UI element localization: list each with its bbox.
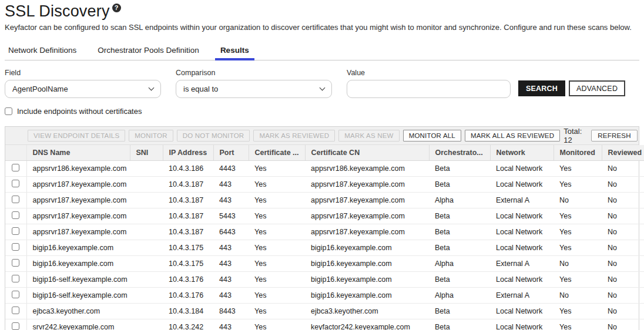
cell-port: 443 [213,272,249,288]
cell-reviewed: No [602,177,644,193]
cell-network: Local Network [490,224,554,240]
page-header: SSL Discovery ? [5,2,639,21]
search-filter-form: Field AgentPoolName Comparison is equal … [5,69,639,98]
column-header-dns-name[interactable]: DNS Name [26,145,130,161]
cell-sni [130,304,163,319]
table-row[interactable]: bigip16.keyexample.com10.4.3.175443Yesbi… [5,240,644,256]
cell-cert: Yes [249,208,305,224]
column-header-certificate-cn[interactable]: Certificate CN [305,145,429,161]
cell-sni [130,177,163,193]
cell-reviewed: No [602,208,644,224]
search-button[interactable]: SEARCH [518,80,565,96]
monitor-button[interactable]: MONITOR [129,130,173,142]
table-row[interactable]: bigip16.keyexample.com10.4.3.175443Yesbi… [5,256,644,272]
cell-cn: appsrvr187.keyexample.com [305,177,429,193]
view-endpoint-details-button[interactable]: VIEW ENDPOINT DETAILS [28,130,125,142]
table-row[interactable]: appsrvr187.keyexample.com10.4.3.1876443Y… [5,224,644,240]
value-input[interactable] [347,80,511,98]
row-checkbox[interactable] [12,307,19,314]
cell-monitored: No [554,288,602,304]
advanced-button[interactable]: ADVANCED [569,80,625,96]
column-header-reviewed[interactable]: Reviewed [602,145,644,161]
table-row[interactable]: ejbca3.keyother.com10.4.3.1848443Yesejbc… [5,304,644,319]
row-checkbox[interactable] [12,180,19,187]
row-checkbox[interactable] [12,211,19,219]
cell-reviewed: No [602,240,644,256]
cell-network: External A [490,288,554,304]
cell-orch: Beta [429,319,490,330]
table-row[interactable]: appsrvr187.keyexample.com10.4.3.187443Ye… [5,177,644,193]
cell-dns: appsrvr187.keyexample.com [26,224,130,240]
row-checkbox[interactable] [12,196,19,203]
tab-network-definitions[interactable]: Network Definitions [7,43,78,60]
table-row[interactable]: appsrvr187.keyexample.com10.4.3.1875443Y… [5,208,644,224]
cell-port: 443 [213,193,249,208]
row-checkbox[interactable] [12,322,19,330]
cell-port: 443 [213,240,249,256]
table-row[interactable]: appsrvr186.keyexample.com10.4.3.1864443Y… [5,161,644,177]
row-checkbox[interactable] [12,227,19,235]
mark-as-new-button[interactable]: MARK AS NEW [338,130,399,142]
tab-results[interactable]: Results [219,43,250,60]
cell-orch: Beta [429,224,490,240]
do-not-monitor-button[interactable]: DO NOT MONITOR [177,130,250,142]
cell-network: External A [490,256,554,272]
cell-network: Local Network [490,304,554,319]
tab-orchestrator-pools-definition[interactable]: Orchestrator Pools Definition [96,43,200,60]
cell-monitored: Yes [554,240,602,256]
cell-network: Local Network [490,177,554,193]
refresh-button[interactable]: REFRESH [591,130,637,142]
table-row[interactable]: appsrvr187.keyexample.com10.4.3.187443Ye… [5,193,644,208]
cell-orch: Beta [429,304,490,319]
cell-orch: Alpha [429,288,490,304]
column-header-certificate[interactable]: Certificate ... [249,145,305,161]
cell-sni [130,319,163,330]
row-checkbox[interactable] [12,259,19,267]
cell-dns: appsrvr187.keyexample.com [26,177,130,193]
column-header-port[interactable]: Port [213,145,249,161]
cell-cert: Yes [249,319,305,330]
cell-dns: bigip16.keyexample.com [26,256,130,272]
table-row[interactable]: srvr242.keyexample.com10.4.3.242443Yeske… [5,319,644,330]
cell-sni [130,208,163,224]
cell-port: 443 [213,177,249,193]
mark-as-reviewed-button[interactable]: MARK AS REVIEWED [253,130,335,142]
include-endpoints-checkbox[interactable] [5,107,12,115]
column-header-network[interactable]: Network [490,145,554,161]
mark-all-as-reviewed-button[interactable]: MARK ALL AS REVIEWED [465,130,560,142]
help-icon[interactable]: ? [112,4,121,12]
cell-cn: bigip16.keyexample.com [305,288,429,304]
cell-ip: 10.4.3.184 [163,304,213,319]
field-select[interactable]: AgentPoolName [5,80,161,98]
row-checkbox[interactable] [12,275,19,282]
column-header-monitored[interactable]: Monitored [554,145,602,161]
comparison-select[interactable]: is equal to [176,80,332,98]
value-label: Value [347,69,511,77]
cell-reviewed: No [602,193,644,208]
row-checkbox[interactable] [12,164,19,171]
cell-monitored: Yes [554,319,602,330]
cell-orch: Alpha [429,193,490,208]
cell-cert: Yes [249,177,305,193]
row-checkbox-cell [5,224,26,240]
cell-cn: bigip16.keyexample.com [305,240,429,256]
cell-network: Local Network [490,272,554,288]
column-header-sni[interactable]: SNI [130,145,163,161]
row-checkbox[interactable] [12,291,19,298]
cell-cert: Yes [249,304,305,319]
cell-orch: Alpha [429,256,490,272]
include-endpoints-label: Include endpoints without certificates [17,107,142,116]
field-select-value: AgentPoolName [12,85,68,93]
cell-port: 443 [213,288,249,304]
row-checkbox[interactable] [12,243,19,251]
cell-network: Local Network [490,319,554,330]
monitor-all-button[interactable]: MONITOR ALL [403,130,461,142]
cell-monitored: Yes [554,224,602,240]
column-header-orchestrato[interactable]: Orchestrato... [429,145,490,161]
cell-port: 443 [213,256,249,272]
select-all-column-header [5,145,26,161]
column-header-ip-address[interactable]: IP Address [163,145,213,161]
table-row[interactable]: bigip16-self.keyexample.com10.4.3.176443… [5,288,644,304]
cell-monitored: Yes [554,208,602,224]
table-row[interactable]: bigip16-self.keyexample.com10.4.3.176443… [5,272,644,288]
